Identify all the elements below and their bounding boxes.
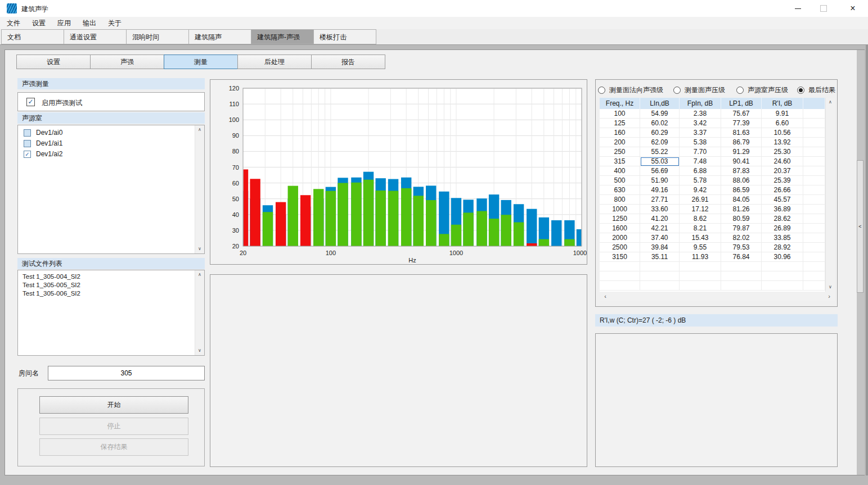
scroll-down-icon[interactable]: ∨	[195, 346, 204, 355]
source-channel-item[interactable]: ✓Dev1/ai2	[18, 149, 204, 160]
table-cell[interactable]	[803, 243, 825, 252]
table-cell[interactable]: 26.89	[762, 224, 803, 233]
table-cell[interactable]: 42.21	[640, 224, 680, 233]
table-cell[interactable]	[803, 252, 825, 262]
table-cell[interactable]: 3150	[600, 252, 640, 262]
minimize-button[interactable]	[785, 0, 811, 17]
table-cell[interactable]: 75.67	[721, 109, 762, 119]
table-cell[interactable]	[803, 166, 825, 176]
channel-checkbox[interactable]	[24, 129, 31, 137]
table-cell[interactable]: 2000	[600, 233, 640, 243]
radio-source-room-sound-pressure-level[interactable]: 声源室声压级	[736, 85, 788, 94]
table-cell[interactable]	[640, 262, 680, 271]
scroll-up-icon[interactable]: ∧	[195, 270, 204, 279]
table-cell[interactable]	[803, 195, 825, 205]
table-cell[interactable]: 35.11	[640, 252, 680, 262]
tab-building-insulation-intensity[interactable]: 建筑隔声-声强	[251, 29, 314, 44]
table-cell[interactable]: 90.41	[721, 157, 762, 166]
table-cell[interactable]: 39.84	[640, 243, 680, 252]
scroll-down-icon[interactable]: ∨	[826, 283, 835, 292]
table-cell[interactable]	[762, 281, 803, 291]
room-name-input[interactable]	[48, 366, 205, 380]
table-cell[interactable]: 25.30	[762, 147, 803, 157]
table-cell[interactable]: 76.84	[721, 252, 762, 262]
table-cell[interactable]	[762, 262, 803, 271]
table-cell[interactable]: 1600	[600, 224, 640, 233]
table-cell[interactable]: 15.43	[680, 233, 721, 243]
radio-final-result[interactable]: 最后结果	[797, 85, 835, 94]
table-cell[interactable]	[803, 109, 825, 119]
radio-icon[interactable]	[673, 87, 681, 94]
source-channel-item[interactable]: Dev1/ai1	[18, 138, 204, 149]
table-cell[interactable]: 1250	[600, 214, 640, 224]
tab-document[interactable]: 文档	[1, 29, 64, 44]
table-cell[interactable]: 86.79	[721, 138, 762, 147]
table-cell[interactable]: 88.06	[721, 176, 762, 185]
table-cell[interactable]	[680, 262, 721, 271]
table-cell[interactable]: 28.92	[762, 243, 803, 252]
table-cell[interactable]: 5.78	[680, 176, 721, 185]
table-cell[interactable]: 56.69	[640, 166, 680, 176]
table-cell[interactable]: 91.29	[721, 147, 762, 157]
table-cell[interactable]	[803, 128, 825, 138]
table-cell[interactable]	[680, 271, 721, 281]
table-cell[interactable]: 160	[600, 128, 640, 138]
table-cell[interactable]	[721, 271, 762, 281]
table-cell[interactable]: 630	[600, 185, 640, 195]
menu-item-application[interactable]: 应用	[57, 17, 71, 29]
maximize-button[interactable]	[811, 0, 836, 17]
radio-surface-sound-pressure-level[interactable]: 测量面声压级	[673, 85, 725, 94]
scroll-right-icon[interactable]: ›	[825, 292, 834, 301]
subtab-post-processing[interactable]: 后处理	[237, 55, 312, 69]
table-cell[interactable]: 36.89	[762, 205, 803, 214]
table-cell[interactable]: 55.03	[640, 157, 680, 166]
scroll-down-icon[interactable]: ∨	[195, 244, 204, 253]
table-horizontal-scrollbar[interactable]: ‹ ›	[600, 292, 835, 301]
table-cell[interactable]	[803, 281, 825, 291]
table-vertical-scrollbar[interactable]: ∧∨	[825, 98, 835, 292]
table-cell[interactable]: 25.39	[762, 176, 803, 185]
table-cell[interactable]: 13.92	[762, 138, 803, 147]
table-cell[interactable]: 5.38	[680, 138, 721, 147]
splitter-collapse-handle[interactable]: <	[857, 160, 863, 293]
table-cell[interactable]	[803, 185, 825, 195]
menu-item-file[interactable]: 文件	[7, 17, 20, 29]
scroll-up-icon[interactable]: ∧	[826, 98, 835, 107]
table-cell[interactable]: 79.53	[721, 243, 762, 252]
subtab-measurement[interactable]: 测量	[164, 55, 238, 69]
table-cell[interactable]: 200	[600, 138, 640, 147]
tab-building-insulation[interactable]: 建筑隔声	[188, 29, 251, 44]
table-cell[interactable]: 33.60	[640, 205, 680, 214]
list-scrollbar[interactable]: ∧∨	[195, 270, 204, 355]
table-cell[interactable]: 6.88	[680, 166, 721, 176]
test-file-item[interactable]: Test 1_305-004_SI2	[18, 273, 204, 281]
close-button[interactable]: ×	[838, 0, 868, 17]
table-cell[interactable]: 8.21	[680, 224, 721, 233]
table-cell[interactable]: 400	[600, 166, 640, 176]
table-cell[interactable]	[803, 119, 825, 128]
table-cell[interactable]	[803, 262, 825, 271]
table-cell[interactable]: 82.02	[721, 233, 762, 243]
scroll-left-icon[interactable]: ‹	[601, 292, 610, 301]
subtab-report[interactable]: 报告	[311, 55, 385, 69]
table-cell[interactable]: 28.62	[762, 214, 803, 224]
table-cell[interactable]	[721, 281, 762, 291]
radio-icon[interactable]	[598, 87, 605, 94]
table-cell[interactable]: 800	[600, 195, 640, 205]
subtab-intensity[interactable]: 声强	[90, 55, 164, 69]
table-cell[interactable]: 3.37	[680, 128, 721, 138]
table-cell[interactable]: 55.22	[640, 147, 680, 157]
table-cell[interactable]: 81.26	[721, 205, 762, 214]
table-cell[interactable]: 77.39	[721, 119, 762, 128]
table-cell[interactable]: 86.59	[721, 185, 762, 195]
stop-button[interactable]: 停止	[39, 418, 188, 435]
table-cell[interactable]	[803, 271, 825, 281]
table-cell[interactable]: 8.62	[680, 214, 721, 224]
table-cell[interactable]: 100	[600, 109, 640, 119]
save-results-button[interactable]: 保存结果	[39, 438, 188, 456]
table-cell[interactable]: 79.87	[721, 224, 762, 233]
table-cell[interactable]	[680, 281, 721, 291]
table-cell[interactable]: 84.05	[721, 195, 762, 205]
table-cell[interactable]: 27.71	[640, 195, 680, 205]
table-cell[interactable]	[600, 281, 640, 291]
